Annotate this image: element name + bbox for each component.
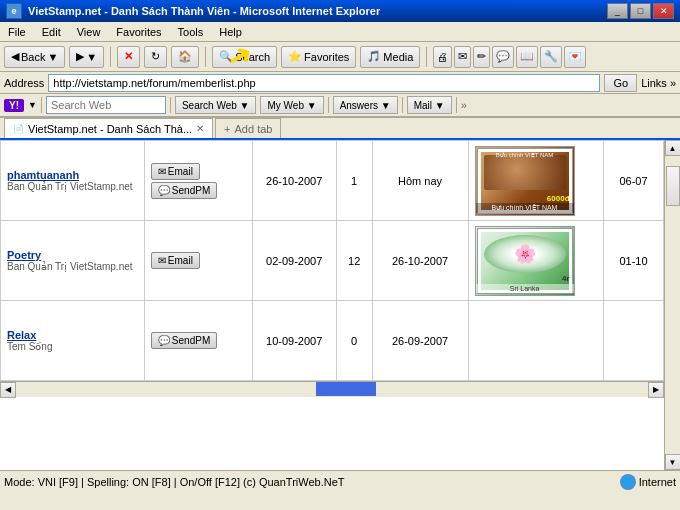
- tab-close-button[interactable]: ✕: [196, 123, 204, 134]
- vertical-scroll-thumb[interactable]: [666, 166, 680, 206]
- email-button-2[interactable]: ✉ Email: [151, 252, 200, 269]
- scroll-left-button[interactable]: ◀: [0, 382, 16, 398]
- home-button[interactable]: 🏠: [171, 46, 199, 68]
- yahoo-dropdown-icon: ▼: [28, 100, 37, 110]
- member-name-phamtuananh[interactable]: phamtuananh: [7, 169, 138, 181]
- member-info-cell-3: Relax Tem Sống: [1, 301, 145, 381]
- menu-tools[interactable]: Tools: [174, 24, 208, 40]
- stop-button[interactable]: ✕: [117, 46, 140, 68]
- minimize-button[interactable]: _: [607, 3, 628, 19]
- yahoo-search-web-button[interactable]: Search Web ▼: [175, 96, 257, 114]
- sendpm-button-1[interactable]: 💬 SendPM: [151, 182, 217, 199]
- address-input[interactable]: [48, 74, 600, 92]
- member-actions-cell-1: ✉ Email 💬 SendPM: [144, 141, 252, 221]
- title-bar: e VietStamp.net - Danh Sách Thành Viên -…: [0, 0, 680, 22]
- email-button-1[interactable]: ✉ Email: [151, 163, 200, 180]
- tab-add-button[interactable]: + Add tab: [215, 118, 281, 138]
- stamp-image-2: 🌸 4r Sri Lanka: [475, 226, 575, 296]
- table-row: Poetry Ban Quản Trị VietStamp.net ✉ Emai…: [1, 221, 664, 301]
- mail-button[interactable]: ✉: [454, 46, 471, 68]
- tab-vietstamp[interactable]: 📄 VietStamp.net - Danh Sách Thà... ✕: [4, 118, 213, 138]
- discuss-button[interactable]: 💬: [492, 46, 514, 68]
- media-button[interactable]: 🎵 Media: [360, 46, 420, 68]
- tab-add-icon: +: [224, 123, 230, 135]
- forward-dropdown-icon: ▼: [86, 51, 97, 63]
- yahoo-separator-5: [456, 97, 457, 113]
- close-button[interactable]: ✕: [653, 3, 674, 19]
- forward-button[interactable]: ▶ ▼: [69, 46, 104, 68]
- home-icon: 🏠: [178, 50, 192, 63]
- status-bar: Mode: VNI [F9] | Spelling: ON [F8] | On/…: [0, 470, 680, 492]
- stamp-content-sri: 🌸: [484, 235, 566, 273]
- lastvisit-cell-1: Hôm nay: [372, 141, 468, 221]
- address-bar: Address Go Links »: [0, 72, 680, 94]
- title-bar-left: e VietStamp.net - Danh Sách Thành Viên -…: [6, 3, 380, 19]
- separator-2: [205, 47, 206, 67]
- menu-help[interactable]: Help: [215, 24, 246, 40]
- messenger-button[interactable]: 💌: [564, 46, 586, 68]
- stamp-cell-1: Bưu chính VIỆT NAM 6000đ Bưu chính VIỆT …: [468, 141, 603, 221]
- member-actions-cell-2: ✉ Email: [144, 221, 252, 301]
- menu-edit[interactable]: Edit: [38, 24, 65, 40]
- menu-favorites[interactable]: Favorites: [112, 24, 165, 40]
- search-button[interactable]: 🔍 Search: [212, 46, 277, 68]
- research-button[interactable]: 📖: [516, 46, 538, 68]
- vertical-scroll-track[interactable]: [665, 156, 680, 454]
- yahoo-more-icon: »: [461, 99, 467, 111]
- member-role-phamtuananh: Ban Quản Trị VietStamp.net: [7, 181, 138, 192]
- go-button[interactable]: Go: [604, 74, 637, 92]
- joined-date-1: 26-10-2007: [266, 175, 322, 187]
- yahoo-separator-2: [170, 97, 171, 113]
- lastvisit-cell-2: 26-10-2007: [372, 221, 468, 301]
- yahoo-search-input[interactable]: [46, 96, 166, 114]
- posts-cell-2: 12: [336, 221, 372, 301]
- yahoo-answers-button[interactable]: Answers ▼: [333, 96, 398, 114]
- print-button[interactable]: 🖨: [433, 46, 452, 68]
- lastvisit-3: 26-09-2007: [392, 335, 448, 347]
- maximize-button[interactable]: □: [630, 3, 651, 19]
- scroll-up-button[interactable]: ▲: [665, 140, 681, 156]
- scroll-right-button[interactable]: ▶: [648, 382, 664, 398]
- toolbar: ◀ Back ▼ ▶ ▼ ✕ ↻ 🏠 🔍 Search ➜ ⭐ Favorite…: [0, 42, 680, 72]
- stamp-label-sri: Sri Lanka: [476, 284, 574, 293]
- main-content: phamtuananh Ban Quản Trị VietStamp.net ✉…: [0, 140, 680, 470]
- ie-icon: e: [6, 3, 22, 19]
- stamp-cell-2: 🌸 4r Sri Lanka: [468, 221, 603, 301]
- back-arrow-icon: ◀: [11, 50, 19, 63]
- separator-3: [426, 47, 427, 67]
- menu-file[interactable]: File: [4, 24, 30, 40]
- lastvisit-2: 26-10-2007: [392, 255, 448, 267]
- yahoo-separator-1: [41, 97, 42, 113]
- scroll-down-button[interactable]: ▼: [665, 454, 681, 470]
- email-label-2: Email: [168, 255, 193, 266]
- member-name-poetry[interactable]: Poetry: [7, 249, 138, 261]
- sendpm-label-3: SendPM: [172, 335, 210, 346]
- horizontal-scroll-thumb[interactable]: [316, 382, 376, 396]
- horizontal-scroll-track[interactable]: [16, 382, 648, 397]
- internet-zone: 🌐 Internet: [620, 474, 676, 490]
- sendpm-icon-1: 💬: [158, 185, 170, 196]
- extra-toolbar-icons: 🖨 ✉ ✏ 💬 📖 🔧 💌: [433, 46, 586, 68]
- favorites-label: Favorites: [304, 51, 349, 63]
- globe-icon: 🌐: [620, 474, 636, 490]
- yahoo-mail-button[interactable]: Mail ▼: [407, 96, 452, 114]
- back-button[interactable]: ◀ Back ▼: [4, 46, 65, 68]
- sendpm-button-3[interactable]: 💬 SendPM: [151, 332, 217, 349]
- table-row: phamtuananh Ban Quản Trị VietStamp.net ✉…: [1, 141, 664, 221]
- tools-button2[interactable]: 🔧: [540, 46, 562, 68]
- lastvisit-1: Hôm nay: [398, 175, 442, 187]
- media-icon: 🎵: [367, 50, 381, 63]
- menu-view[interactable]: View: [73, 24, 105, 40]
- posts-count-1: 1: [351, 175, 357, 187]
- refresh-icon: ↻: [151, 50, 160, 63]
- joined-date-3: 10-09-2007: [266, 335, 322, 347]
- member-role-poetry: Ban Quản Trị VietStamp.net: [7, 261, 138, 272]
- stamp-title-vn: Bưu chính VIỆT NAM: [480, 151, 570, 158]
- favorites-button[interactable]: ⭐ Favorites: [281, 46, 356, 68]
- member-name-relax[interactable]: Relax: [7, 329, 138, 341]
- refresh-button[interactable]: ↻: [144, 46, 167, 68]
- yahoo-myweb-button[interactable]: My Web ▼: [260, 96, 323, 114]
- content-area: phamtuananh Ban Quản Trị VietStamp.net ✉…: [0, 140, 664, 470]
- edit-button[interactable]: ✏: [473, 46, 490, 68]
- vertical-scrollbar: ▲ ▼: [664, 140, 680, 470]
